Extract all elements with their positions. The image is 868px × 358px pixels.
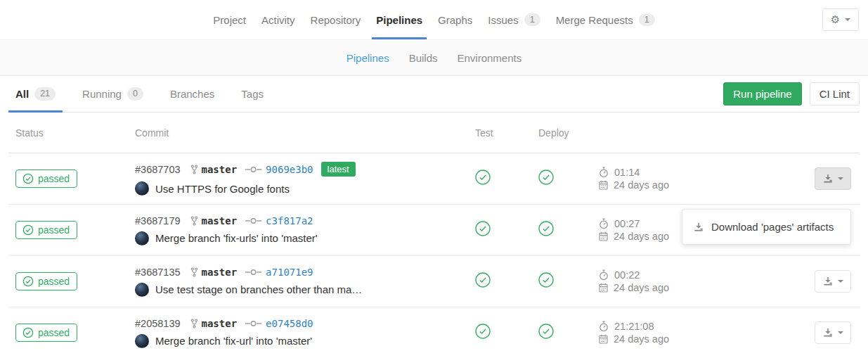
merge-requests-count-badge: 1	[639, 13, 655, 27]
commit-icon	[245, 320, 261, 327]
status-badge-passed[interactable]: passed	[15, 170, 77, 188]
tab-branches[interactable]: Branches	[163, 76, 221, 112]
branch-name-link[interactable]: master	[202, 215, 238, 226]
branch-icon	[190, 267, 198, 277]
pipeline-duration: 01:14	[614, 167, 640, 178]
commit-message-link[interactable]: Merge branch 'fix-url' into 'master'	[155, 335, 312, 347]
chevron-down-icon	[845, 18, 850, 21]
subnav-item-environments[interactable]: Environments	[448, 52, 532, 64]
branch-icon	[190, 165, 198, 174]
pipelines-table-header: Status Commit Test Deploy	[8, 113, 860, 153]
nav-item-pipelines[interactable]: Pipelines	[368, 0, 430, 39]
check-circle-icon	[22, 173, 34, 184]
header-status: Status	[8, 127, 135, 139]
header-deploy: Deploy	[527, 127, 590, 139]
commit-icon	[245, 269, 261, 276]
pipeline-actions: Run pipeline CI Lint	[723, 82, 860, 106]
timer-icon	[599, 321, 609, 332]
download-icon	[694, 222, 704, 232]
stage-test-passed-icon[interactable]	[475, 221, 491, 236]
chevron-down-icon	[838, 177, 843, 180]
all-count-badge: 21	[34, 87, 56, 101]
status-badge-passed[interactable]: passed	[15, 324, 77, 342]
status-badge-passed[interactable]: passed	[15, 221, 77, 239]
avatar[interactable]	[135, 283, 149, 297]
branch-name-link[interactable]: master	[202, 267, 238, 278]
pipeline-id-link[interactable]: #3687179	[135, 215, 181, 226]
commit-sha-link[interactable]: e07458d0	[266, 318, 313, 329]
avatar[interactable]	[135, 334, 149, 348]
stage-deploy-passed-icon[interactable]	[538, 221, 554, 236]
calendar-icon	[599, 231, 608, 241]
avatar[interactable]	[135, 231, 149, 245]
pipeline-filter-tabs: All 21 Running 0 Branches Tags	[8, 76, 723, 112]
tab-tags[interactable]: Tags	[234, 76, 271, 112]
stage-deploy-passed-icon[interactable]	[538, 170, 554, 185]
tab-all[interactable]: All 21	[8, 76, 63, 112]
pipelines-subnav: Pipelines Builds Environments	[0, 39, 868, 76]
artifacts-dropdown-menu: Download 'pages' artifacts	[682, 209, 851, 245]
chevron-down-icon	[838, 331, 843, 334]
artifacts-dropdown-button[interactable]	[815, 270, 851, 293]
pipeline-duration: 00:22	[614, 269, 640, 281]
header-commit: Commit	[135, 127, 464, 139]
pipeline-finished-at: 24 days ago	[614, 282, 669, 293]
commit-icon	[245, 166, 261, 173]
tab-running[interactable]: Running 0	[75, 76, 150, 112]
running-count-badge: 0	[127, 87, 143, 101]
stage-test-passed-icon[interactable]	[475, 272, 491, 288]
commit-message-link[interactable]: Use test stage on branches other than ma…	[155, 283, 362, 295]
pipeline-row: passed #3687703 master 9069e3b0 latest U…	[8, 153, 860, 205]
branch-icon	[190, 216, 198, 226]
pipeline-row: passed #3687135 master a71071e9 Use test…	[8, 256, 860, 307]
run-pipeline-button[interactable]: Run pipeline	[723, 82, 801, 106]
project-nav-items: Project Activity Repository Pipelines Gr…	[205, 0, 662, 39]
artifacts-dropdown-button[interactable]	[815, 167, 851, 190]
calendar-icon	[599, 283, 608, 293]
commit-icon	[245, 217, 261, 224]
pipelines-table: Status Commit Test Deploy passed #368770…	[8, 113, 860, 358]
stage-test-passed-icon[interactable]	[475, 170, 491, 185]
commit-message-link[interactable]: Merge branch 'fix-urls' into 'master'	[155, 232, 318, 244]
branch-name-link[interactable]: master	[202, 318, 238, 329]
project-settings-dropdown-button[interactable]: ⚙	[822, 8, 859, 31]
download-icon	[823, 328, 833, 338]
commit-message-link[interactable]: Use HTTPS for Google fonts	[155, 183, 290, 195]
ci-lint-button[interactable]: CI Lint	[810, 82, 860, 106]
check-circle-icon	[22, 327, 34, 338]
nav-item-issues[interactable]: Issues 1	[480, 0, 548, 39]
artifacts-dropdown-button[interactable]	[815, 321, 851, 344]
check-circle-icon	[22, 276, 34, 287]
nav-item-activity[interactable]: Activity	[254, 0, 303, 39]
commit-sha-link[interactable]: c3f817a2	[266, 215, 313, 226]
nav-item-project[interactable]: Project	[205, 0, 254, 39]
pipeline-finished-at: 24 days ago	[614, 333, 669, 345]
chevron-down-icon	[838, 280, 843, 283]
branch-name-link[interactable]: master	[202, 164, 238, 175]
stage-deploy-passed-icon[interactable]	[538, 272, 554, 288]
subnav-item-builds[interactable]: Builds	[399, 52, 448, 64]
download-icon	[823, 174, 833, 184]
stage-test-passed-icon[interactable]	[475, 324, 491, 339]
commit-sha-link[interactable]: 9069e3b0	[266, 164, 313, 175]
nav-item-repository[interactable]: Repository	[303, 0, 369, 39]
subnav-item-pipelines[interactable]: Pipelines	[337, 52, 399, 64]
nav-item-graphs[interactable]: Graphs	[430, 0, 480, 39]
nav-item-merge-requests[interactable]: Merge Requests 1	[548, 0, 663, 39]
check-circle-icon	[22, 224, 34, 236]
pipeline-id-link[interactable]: #3687135	[135, 267, 181, 278]
pipeline-id-link[interactable]: #2058139	[135, 318, 181, 329]
timer-icon	[599, 218, 609, 229]
download-icon	[823, 276, 833, 286]
gear-icon: ⚙	[831, 13, 840, 26]
status-badge-passed[interactable]: passed	[15, 272, 77, 290]
pipeline-id-link[interactable]: #3687703	[135, 164, 181, 175]
commit-sha-link[interactable]: a71071e9	[266, 267, 313, 278]
calendar-icon	[599, 180, 608, 190]
download-pages-artifacts-item[interactable]: Download 'pages' artifacts	[682, 215, 850, 238]
calendar-icon	[599, 334, 608, 344]
avatar[interactable]	[135, 181, 149, 196]
branch-icon	[190, 319, 198, 328]
stage-deploy-passed-icon[interactable]	[538, 324, 554, 339]
issues-count-badge: 1	[524, 13, 540, 27]
